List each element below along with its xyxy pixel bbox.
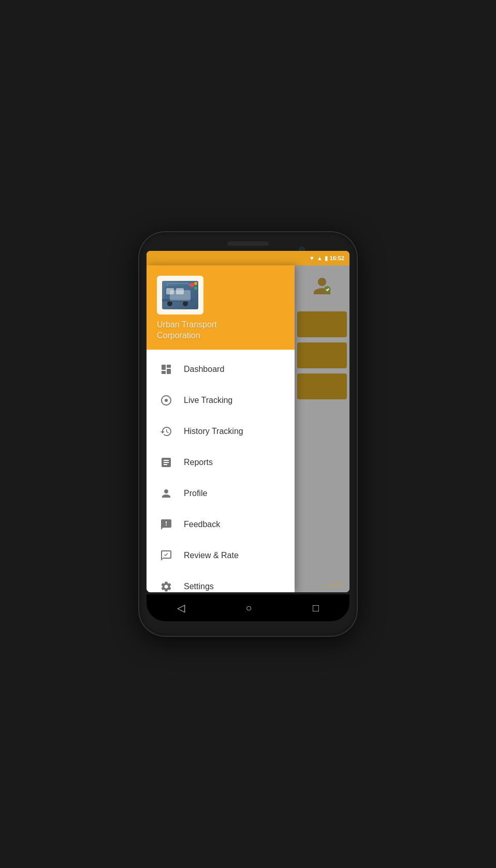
svg-point-9 [194, 287, 197, 290]
svg-rect-3 [176, 288, 184, 294]
phone-device: ▼ ▲ ▮ 16:52 [139, 232, 357, 636]
wifi-icon: ▼ [309, 255, 315, 261]
bg-card-2 [297, 342, 346, 368]
bg-content: s reserved. [295, 265, 349, 592]
feedback-icon [159, 517, 173, 532]
profile-icon [159, 486, 173, 501]
svg-rect-2 [166, 288, 174, 294]
phone-screen: ▼ ▲ ▮ 16:52 [147, 251, 349, 592]
menu-item-reports[interactable]: Reports [147, 447, 295, 478]
reports-icon [159, 455, 173, 470]
svg-point-7 [190, 283, 194, 287]
settings-label: Settings [184, 582, 214, 591]
bg-card-3 [297, 373, 346, 399]
profile-label: Profile [184, 489, 207, 498]
drawer-menu: Dashboard Live Tracking [147, 350, 295, 592]
history-tracking-icon [159, 424, 173, 439]
svg-rect-6 [162, 299, 193, 302]
review-rate-icon [159, 548, 173, 563]
menu-item-settings[interactable]: Settings [147, 571, 295, 592]
history-tracking-label: History Tracking [184, 427, 243, 436]
svg-point-5 [183, 301, 188, 306]
review-rate-label: Review & Rate [184, 551, 239, 560]
logo-inner [162, 281, 198, 309]
footer-text-bg: s reserved. [321, 582, 347, 587]
live-tracking-label: Live Tracking [184, 396, 232, 405]
nav-bar: ◁ ○ □ [147, 594, 349, 621]
menu-item-profile[interactable]: Profile [147, 478, 295, 509]
menu-item-review-rate[interactable]: Review & Rate [147, 540, 295, 571]
reports-label: Reports [184, 458, 213, 467]
svg-point-11 [166, 399, 167, 401]
recent-button[interactable]: □ [302, 598, 329, 618]
bg-avatar-area [297, 271, 346, 306]
signal-icon: ▲ [317, 255, 323, 261]
phone-speaker [227, 242, 269, 246]
menu-item-live-tracking[interactable]: Live Tracking [147, 385, 295, 416]
bg-card-1 [297, 311, 346, 337]
feedback-label: Feedback [184, 520, 220, 529]
svg-point-8 [194, 282, 197, 285]
app-logo [157, 276, 203, 315]
app-name: Urban Transport Corporation [157, 320, 284, 341]
back-button[interactable]: ◁ [167, 597, 195, 618]
drawer-header: Urban Transport Corporation [147, 265, 295, 350]
dashboard-label: Dashboard [184, 365, 224, 374]
svg-point-4 [167, 301, 172, 306]
dashboard-icon [159, 362, 173, 377]
status-bar: ▼ ▲ ▮ 16:52 [147, 251, 349, 265]
settings-icon [159, 579, 173, 592]
menu-item-dashboard[interactable]: Dashboard [147, 354, 295, 385]
bg-avatar-icon [312, 276, 332, 301]
live-tracking-icon [159, 393, 173, 408]
menu-item-history-tracking[interactable]: History Tracking [147, 416, 295, 447]
home-button[interactable]: ○ [235, 598, 262, 618]
battery-icon: ▮ [325, 255, 328, 262]
menu-item-feedback[interactable]: Feedback [147, 509, 295, 540]
screen-content: s reserved. [147, 265, 349, 592]
status-icons: ▼ ▲ ▮ 16:52 [309, 255, 344, 262]
status-time: 16:52 [330, 255, 344, 261]
navigation-drawer: Urban Transport Corporation Dashboard [147, 265, 295, 592]
